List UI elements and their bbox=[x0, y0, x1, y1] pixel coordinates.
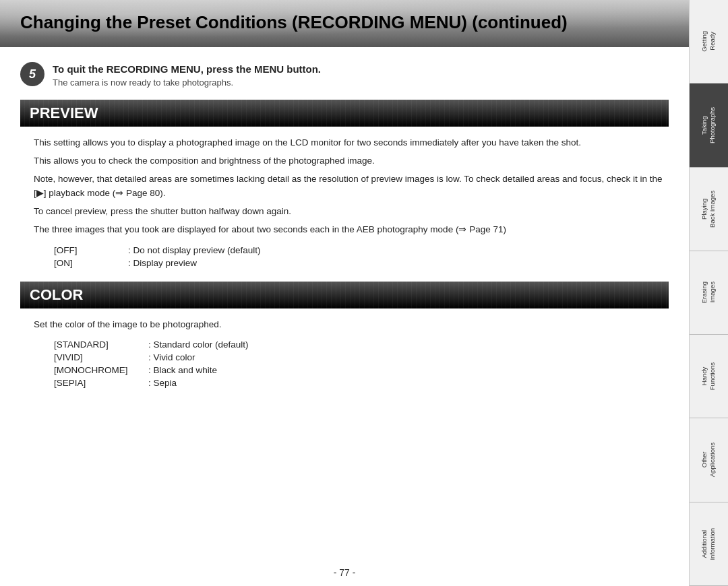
color-option-standard-key: [STANDARD] bbox=[54, 338, 148, 351]
color-options-table: [STANDARD] : Standard color (default) [V… bbox=[54, 338, 254, 389]
preview-para-3: Note, however, that detailed areas are s… bbox=[34, 172, 669, 201]
step-5-section: 5 To quit the RECORDING MENU, press the … bbox=[20, 62, 669, 88]
step-subtitle: The camera is now ready to take photogra… bbox=[53, 77, 321, 88]
preview-option-off-key: [OFF] bbox=[54, 244, 128, 257]
color-option-sepia: [SEPIA] : Sepia bbox=[54, 377, 254, 389]
sidebar: GettingReady TakingPhotographs PlayingBa… bbox=[689, 0, 728, 586]
color-option-sepia-key: [SEPIA] bbox=[54, 377, 148, 389]
preview-option-on: [ON] : Display preview bbox=[54, 257, 266, 269]
color-option-monochrome-key: [MONOCHROME] bbox=[54, 364, 148, 377]
sidebar-item-playing-back[interactable]: PlayingBack Images bbox=[690, 168, 728, 251]
preview-option-on-key: [ON] bbox=[54, 257, 128, 269]
page-footer: - 77 - bbox=[0, 558, 689, 586]
preview-header: PREVIEW bbox=[20, 100, 669, 127]
color-option-vivid-key: [VIVID] bbox=[54, 351, 148, 364]
preview-header-title: PREVIEW bbox=[30, 104, 98, 121]
preview-para-5: The three images that you took are displ… bbox=[34, 223, 669, 237]
preview-para-2: This allows you to check the composition… bbox=[34, 154, 669, 168]
sidebar-label-additional: AdditionalInformation bbox=[700, 528, 717, 560]
sidebar-label-handy: HandyFunctions bbox=[700, 362, 717, 390]
color-option-vivid-value: : Vivid color bbox=[148, 351, 254, 364]
color-option-standard-value: : Standard color (default) bbox=[148, 338, 254, 351]
color-option-monochrome: [MONOCHROME] : Black and white bbox=[54, 364, 254, 377]
page-number: - 77 - bbox=[334, 567, 356, 578]
sidebar-label-other: OtherApplications bbox=[700, 443, 717, 477]
color-option-vivid: [VIVID] : Vivid color bbox=[54, 351, 254, 364]
preview-para-4: To cancel preview, press the shutter but… bbox=[34, 205, 669, 219]
step-title: To quit the RECORDING MENU, press the ME… bbox=[53, 63, 321, 75]
color-header-title: COLOR bbox=[30, 286, 83, 303]
preview-options-table: [OFF] : Do not display preview (default)… bbox=[54, 244, 266, 269]
preview-para-1: This setting allows you to display a pho… bbox=[34, 136, 669, 150]
sidebar-item-erasing[interactable]: ErasingImages bbox=[690, 251, 728, 335]
color-option-monochrome-value: : Black and white bbox=[148, 364, 254, 377]
page-title: Changing the Preset Conditions (RECORDIN… bbox=[20, 12, 669, 33]
sidebar-item-additional[interactable]: AdditionalInformation bbox=[690, 502, 728, 586]
page-header: Changing the Preset Conditions (RECORDIN… bbox=[0, 0, 689, 47]
preview-option-off: [OFF] : Do not display preview (default) bbox=[54, 244, 266, 257]
sidebar-item-taking-photographs[interactable]: TakingPhotographs bbox=[690, 84, 728, 167]
preview-option-off-value: : Do not display preview (default) bbox=[128, 244, 266, 257]
step-content: To quit the RECORDING MENU, press the ME… bbox=[53, 62, 321, 88]
sidebar-item-other[interactable]: OtherApplications bbox=[690, 418, 728, 502]
color-header: COLOR bbox=[20, 282, 669, 308]
sidebar-item-getting-ready[interactable]: GettingReady bbox=[690, 0, 728, 84]
step-number: 5 bbox=[20, 62, 44, 86]
color-option-standard: [STANDARD] : Standard color (default) bbox=[54, 338, 254, 351]
sidebar-label-getting-ready: GettingReady bbox=[700, 31, 717, 52]
preview-option-on-value: : Display preview bbox=[128, 257, 266, 269]
sidebar-label-playing-back: PlayingBack Images bbox=[700, 191, 717, 228]
color-intro: Set the color of the image to be photogr… bbox=[34, 318, 669, 332]
sidebar-label-erasing: ErasingImages bbox=[700, 282, 717, 303]
sidebar-label-taking-photographs: TakingPhotographs bbox=[700, 107, 717, 143]
content-body: 5 To quit the RECORDING MENU, press the … bbox=[0, 47, 689, 558]
color-option-sepia-value: : Sepia bbox=[148, 377, 254, 389]
sidebar-item-handy[interactable]: HandyFunctions bbox=[690, 335, 728, 418]
main-content: Changing the Preset Conditions (RECORDIN… bbox=[0, 0, 689, 586]
